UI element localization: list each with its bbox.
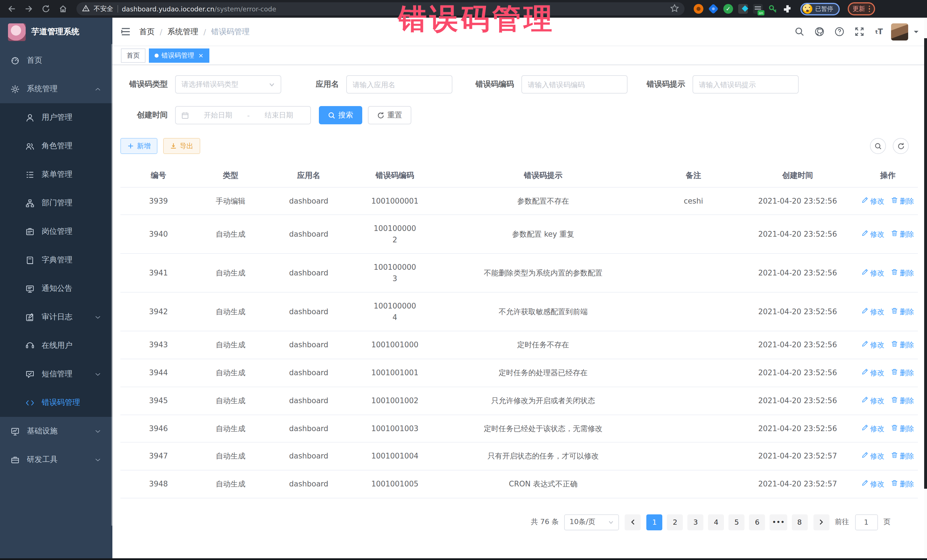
error-hint-input[interactable]	[693, 75, 799, 94]
delete-link[interactable]: 删除	[891, 368, 914, 379]
reset-button[interactable]: 重置	[368, 106, 411, 124]
edit-link[interactable]: 修改	[862, 479, 884, 490]
delete-link[interactable]: 删除	[891, 268, 914, 279]
browser-home-icon[interactable]	[56, 2, 70, 16]
error-code-input[interactable]	[521, 75, 628, 94]
extension-puzzle-icon[interactable]	[783, 4, 792, 14]
error-type-select[interactable]: 请选择错误码类型	[175, 75, 281, 94]
sidebar-item-错误码管理[interactable]: 错误码管理	[0, 389, 112, 417]
extension-key-icon[interactable]	[768, 4, 778, 14]
app-name-input[interactable]	[346, 75, 452, 94]
sidebar-item-在线用户[interactable]: 在线用户	[0, 331, 112, 360]
table-row[interactable]: 3944自动生成dashboard1001001001定时任务的处理器已经存在2…	[120, 359, 918, 387]
app-logo-row[interactable]: 芋道管理系统	[0, 18, 112, 46]
edit-link[interactable]: 修改	[862, 451, 884, 462]
sidebar-item-研发工具[interactable]: 研发工具	[0, 445, 112, 474]
sidebar-item-系统管理[interactable]: 系统管理	[0, 75, 112, 103]
sidebar-item-角色管理[interactable]: 角色管理	[0, 132, 112, 160]
table-row[interactable]: 3940自动生成dashboard100100000 2参数配置 key 重复2…	[120, 215, 918, 254]
address-bar[interactable]: 不安全 dashboard.yudao.iocoder.cn/system/er…	[76, 2, 685, 15]
tab-close-icon[interactable]: ×	[198, 52, 204, 59]
table-row[interactable]: 3948自动生成dashboard1001001005CRON 表达式不正确20…	[120, 470, 918, 498]
goto-page-input[interactable]	[855, 514, 878, 530]
user-avatar[interactable]	[891, 23, 908, 40]
table-row[interactable]: 3943自动生成dashboard1001001000定时任务不存在2021-0…	[120, 331, 918, 359]
profile-paused-chip[interactable]: 已暂停	[800, 3, 839, 15]
edit-link[interactable]: 修改	[862, 396, 884, 407]
edit-link[interactable]: 修改	[862, 196, 884, 207]
edit-link[interactable]: 修改	[862, 423, 884, 434]
page-button-3[interactable]: 3	[688, 514, 704, 530]
export-button[interactable]: 导出	[163, 138, 200, 154]
page-button-6[interactable]: 6	[749, 514, 765, 530]
delete-link[interactable]: 删除	[891, 423, 914, 434]
table-row[interactable]: 3945自动生成dashboard1001001002只允许修改为开启或者关闭状…	[120, 387, 918, 415]
header-search-icon[interactable]	[791, 24, 807, 39]
edit-link[interactable]: 修改	[862, 368, 884, 379]
browser-menu-icon[interactable]	[869, 6, 870, 12]
help-icon[interactable]	[831, 24, 847, 39]
show-search-toggle-icon[interactable]	[870, 138, 886, 154]
page-ellipsis[interactable]: •••	[770, 514, 787, 530]
extension-green-check-icon[interactable]: ✓	[723, 4, 733, 14]
page-button-4[interactable]: 4	[708, 514, 724, 530]
sidebar-item-短信管理[interactable]: 短信管理	[0, 360, 112, 389]
sidebar-item-基础设施[interactable]: 基础设施	[0, 417, 112, 445]
table-row[interactable]: 3947自动生成dashboard1001001004只有开启状态的任务，才可以…	[120, 443, 918, 470]
browser-update-button[interactable]: 更新	[847, 2, 875, 15]
sidebar-item-部门管理[interactable]: 部门管理	[0, 189, 112, 217]
delete-link[interactable]: 删除	[891, 451, 914, 462]
table-row[interactable]: 3941自动生成dashboard100100000 3不能删除类型为系统内置的…	[120, 254, 918, 293]
delete-link[interactable]: 删除	[891, 479, 914, 490]
sidebar-item-用户管理[interactable]: 用户管理	[0, 103, 112, 132]
table-row[interactable]: 3942自动生成dashboard100100000 4不允许获取敏感配置到前端…	[120, 293, 918, 331]
delete-link[interactable]: 删除	[891, 229, 914, 240]
bookmark-star-icon[interactable]	[670, 4, 679, 14]
delete-link[interactable]: 删除	[891, 307, 914, 318]
delete-link[interactable]: 删除	[891, 340, 914, 351]
edit-link[interactable]: 修改	[862, 268, 884, 279]
next-page-button[interactable]	[813, 514, 829, 530]
date-end-placeholder[interactable]: 结束日期	[253, 110, 305, 120]
browser-back-icon[interactable]	[5, 2, 18, 16]
breadcrumb-home[interactable]: 首页	[139, 27, 155, 37]
date-start-placeholder[interactable]: 开始日期	[192, 110, 244, 120]
edit-link[interactable]: 修改	[862, 229, 884, 240]
extension-pin-icon[interactable]	[708, 4, 718, 14]
sidebar-item-通知公告[interactable]: 通知公告	[0, 274, 112, 303]
page-size-select[interactable]: 10条/页	[564, 514, 619, 530]
page-button-5[interactable]: 5	[729, 514, 745, 530]
extension-tampermonkey-icon[interactable]: on	[753, 4, 763, 14]
sidebar-item-字典管理[interactable]: 字典管理	[0, 246, 112, 274]
date-range-picker[interactable]: 开始日期 - 结束日期	[175, 106, 311, 124]
edit-link[interactable]: 修改	[862, 307, 884, 318]
delete-link[interactable]: 删除	[891, 396, 914, 407]
prev-page-button[interactable]	[625, 514, 641, 530]
sidebar-item-首页[interactable]: 首页	[0, 46, 112, 75]
search-button[interactable]: 搜索	[319, 106, 362, 124]
sidebar-item-菜单管理[interactable]: 菜单管理	[0, 160, 112, 189]
page-button-1[interactable]: 1	[647, 514, 663, 530]
fullscreen-icon[interactable]	[851, 24, 867, 39]
extension-grid-icon[interactable]	[738, 4, 748, 14]
page-button-2[interactable]: 2	[667, 514, 683, 530]
browser-reload-icon[interactable]	[39, 2, 53, 16]
page-scrollbar-thumb[interactable]	[924, 38, 927, 489]
hamburger-icon[interactable]	[112, 27, 139, 36]
refresh-table-icon[interactable]	[893, 138, 909, 154]
browser-forward-icon[interactable]	[22, 2, 35, 16]
table-row[interactable]: 3946自动生成dashboard1001001003定时任务已经处于该状态，无…	[120, 414, 918, 443]
extension-orange-icon[interactable]	[694, 4, 704, 14]
sidebar-item-审计日志[interactable]: 审计日志	[0, 303, 112, 331]
table-row[interactable]: 3939手动编辑dashboard1001000001参数配置不存在ceshi2…	[120, 187, 918, 215]
font-size-icon[interactable]: tT	[871, 24, 887, 39]
tab-首页[interactable]: 首页	[121, 48, 146, 62]
github-icon[interactable]	[811, 24, 827, 39]
breadcrumb-system[interactable]: 系统管理	[167, 27, 198, 37]
tab-错误码管理[interactable]: 错误码管理×	[149, 48, 209, 62]
sidebar-item-岗位管理[interactable]: 岗位管理	[0, 217, 112, 246]
page-scrollbar[interactable]	[924, 18, 927, 560]
security-label[interactable]: 不安全	[94, 5, 113, 13]
page-button-8[interactable]: 8	[792, 514, 807, 530]
delete-link[interactable]: 删除	[891, 196, 914, 207]
